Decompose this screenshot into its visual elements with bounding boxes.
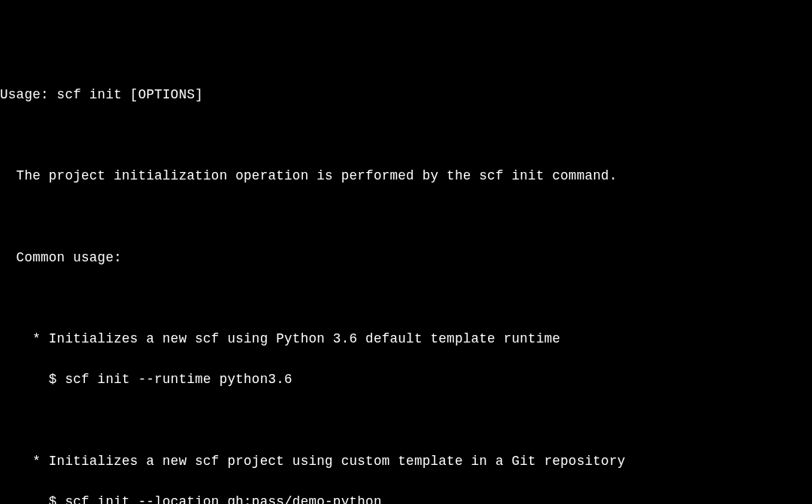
blank-line <box>0 411 812 431</box>
example1-desc: * Initializes a new scf using Python 3.6… <box>0 329 812 349</box>
blank-line <box>0 288 812 309</box>
example2-desc: * Initializes a new scf project using cu… <box>0 451 812 472</box>
common-usage-header: Common usage: <box>0 248 812 268</box>
example2-cmd: $ scf init --location gh:pass/demo-pytho… <box>0 492 812 504</box>
description-line: The project initialization operation is … <box>0 166 812 186</box>
example1-cmd: $ scf init --runtime python3.6 <box>0 370 812 390</box>
blank-line <box>0 207 812 227</box>
blank-line <box>0 125 812 146</box>
usage-line: Usage: scf init [OPTIONS] <box>0 85 812 105</box>
